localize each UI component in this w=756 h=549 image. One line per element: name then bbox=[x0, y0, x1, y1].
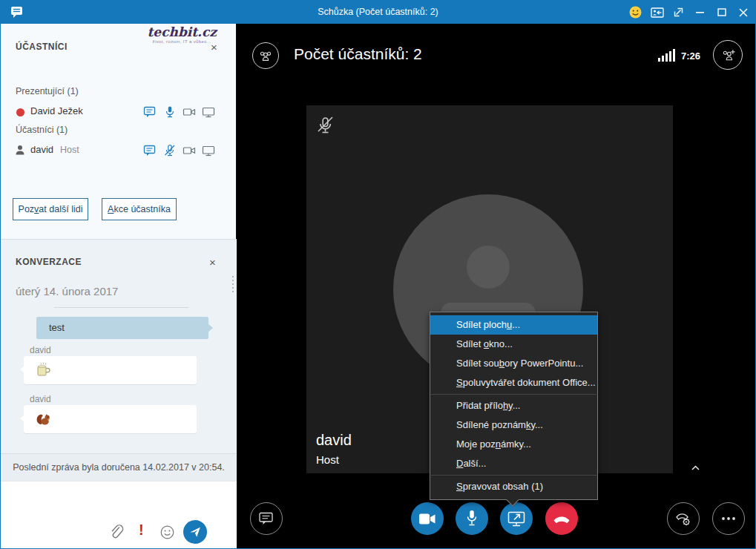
camera-toggle-button[interactable] bbox=[411, 502, 444, 535]
smiley-icon bbox=[629, 6, 642, 19]
im-status-icon[interactable] bbox=[143, 105, 157, 119]
menu-item-more[interactable]: Další... bbox=[430, 454, 597, 473]
person-icon bbox=[15, 145, 25, 159]
meeting-stage: Počet účastníků: 2 7:26 david Host Sdíle… bbox=[237, 24, 756, 548]
im-status-icon[interactable] bbox=[143, 144, 157, 157]
participant-row-attendee[interactable]: david Host bbox=[1, 141, 237, 160]
meeting-window: Schůzka (Počet účastníků: 2) t bbox=[0, 0, 756, 549]
camera-icon[interactable] bbox=[183, 105, 196, 119]
invite-people-button[interactable]: Pozvat další lidi bbox=[13, 198, 88, 220]
gallery-collapse-button[interactable] bbox=[691, 460, 700, 473]
attendees-group-label: Účastníci (1) bbox=[16, 125, 68, 135]
participants-list-button[interactable] bbox=[252, 42, 279, 69]
side-panel: techbit.cz život, rozum, IT a vůbec... Ú… bbox=[1, 24, 237, 548]
menu-item-add-attachments[interactable]: Přidat přílohy... bbox=[430, 396, 597, 415]
participants-close-button[interactable]: × bbox=[211, 43, 217, 52]
video-camera-icon bbox=[418, 513, 436, 525]
camera-icon[interactable] bbox=[183, 144, 196, 157]
chat-bubble-icon bbox=[259, 512, 274, 526]
conversation-date-header: úterý 14. února 2017 bbox=[16, 285, 118, 297]
microphone-icon bbox=[464, 510, 479, 527]
popout-conversation-button[interactable] bbox=[646, 1, 668, 24]
menu-item-share-window[interactable]: Sdílet okno... bbox=[430, 335, 597, 354]
participant-row-presenter[interactable]: David Ježek bbox=[1, 102, 237, 122]
message-input[interactable] bbox=[7, 486, 231, 522]
paperclip-icon bbox=[109, 525, 124, 541]
menu-item-manage-content[interactable]: Spravovat obsah (1) bbox=[430, 477, 597, 496]
mic-toggle-button[interactable] bbox=[456, 502, 488, 535]
message-sender-label: david bbox=[30, 345, 51, 355]
high-importance-button[interactable]: ! bbox=[139, 522, 144, 539]
present-content-button[interactable] bbox=[500, 502, 533, 535]
people-icon bbox=[257, 48, 274, 63]
monitor-icon[interactable] bbox=[202, 105, 215, 119]
share-content-menu: Sdílet plochu... Sdílet okno... Sdílet s… bbox=[430, 312, 598, 500]
more-options-button[interactable] bbox=[712, 502, 745, 535]
video-participant-name: david bbox=[316, 432, 352, 449]
expand-arrows-icon bbox=[673, 7, 684, 18]
phone-settings-icon bbox=[674, 510, 692, 527]
im-toggle-button[interactable] bbox=[250, 502, 283, 535]
menu-item-shared-notes[interactable]: Sdílené poznámky... bbox=[430, 415, 597, 435]
panel-splitter-handle[interactable] bbox=[230, 276, 236, 301]
send-message-button[interactable] bbox=[183, 520, 207, 544]
menu-item-share-powerpoint[interactable]: Sdílet soubory PowerPointu... bbox=[430, 354, 597, 373]
send-icon bbox=[188, 525, 202, 539]
emoticon-button[interactable] bbox=[625, 1, 646, 24]
emoticon-picker-button[interactable] bbox=[160, 525, 174, 542]
presenters-group-label: Prezentující (1) bbox=[16, 86, 79, 96]
received-message-bubble bbox=[24, 405, 197, 433]
mic-muted-overlay-icon bbox=[315, 115, 335, 139]
participant-role: Host bbox=[60, 145, 79, 155]
presence-busy-icon bbox=[16, 108, 24, 116]
video-participant-role: Host bbox=[316, 453, 339, 466]
hang-up-phone-icon bbox=[552, 511, 571, 526]
call-devices-button[interactable] bbox=[667, 502, 700, 535]
participant-name: david bbox=[30, 144, 53, 155]
chevron-up-icon bbox=[691, 465, 700, 470]
participant-actions-button[interactable]: Akce účastníka bbox=[102, 198, 177, 220]
menu-item-my-notes[interactable]: Moje poznámky... bbox=[430, 435, 597, 454]
squirrel-emoticon bbox=[34, 410, 52, 428]
mic-muted-icon[interactable] bbox=[163, 144, 177, 157]
conversation-panel-title: KONVERZACE bbox=[16, 257, 82, 267]
sent-message-bubble: test bbox=[36, 317, 208, 339]
techbit-logo: techbit.cz život, rozum, IT a vůbec... bbox=[148, 26, 217, 44]
compose-area: ! bbox=[1, 481, 237, 548]
hang-up-button[interactable] bbox=[545, 502, 578, 535]
maximize-icon bbox=[717, 8, 726, 16]
monitor-icon[interactable] bbox=[202, 144, 215, 157]
titlebar[interactable]: Schůzka (Počet účastníků: 2) bbox=[1, 1, 755, 24]
menu-separator bbox=[431, 475, 596, 476]
menu-separator bbox=[431, 394, 596, 395]
close-button[interactable] bbox=[732, 1, 754, 24]
conversation-close-button[interactable]: × bbox=[209, 258, 216, 267]
attachment-button[interactable] bbox=[109, 525, 124, 544]
last-message-status: Poslední zpráva byla doručena 14.02.2017… bbox=[1, 453, 237, 481]
present-screen-icon bbox=[507, 510, 525, 527]
maximize-button[interactable] bbox=[711, 1, 732, 24]
fullscreen-button[interactable] bbox=[668, 1, 689, 24]
stage-title: Počet účastníků: 2 bbox=[294, 45, 422, 63]
network-signal-icon bbox=[658, 48, 675, 65]
mic-on-icon[interactable] bbox=[163, 105, 177, 119]
add-participant-button[interactable] bbox=[713, 40, 743, 70]
call-timer: 7:26 bbox=[681, 50, 700, 62]
contact-card-icon bbox=[651, 7, 664, 18]
conversation-panel: KONVERZACE × úterý 14. února 2017 test d… bbox=[1, 239, 237, 548]
ellipsis-icon bbox=[721, 516, 736, 521]
coffee-mug-emoticon bbox=[34, 361, 52, 379]
received-message-bubble bbox=[24, 356, 197, 384]
minimize-icon bbox=[696, 8, 704, 16]
menu-item-coauthor-office[interactable]: Spoluvytvářet dokument Office... bbox=[430, 373, 597, 392]
participants-panel-title: ÚČASTNÍCI bbox=[16, 42, 68, 52]
participant-name: David Ježek bbox=[30, 105, 83, 116]
date-divider bbox=[54, 307, 188, 308]
add-person-icon bbox=[720, 47, 736, 62]
close-icon bbox=[739, 8, 748, 17]
menu-item-share-desktop[interactable]: Sdílet plochu... bbox=[430, 315, 597, 335]
smiley-outline-icon bbox=[160, 525, 174, 539]
minimize-button[interactable] bbox=[689, 1, 711, 24]
message-sender-label: david bbox=[30, 394, 51, 404]
